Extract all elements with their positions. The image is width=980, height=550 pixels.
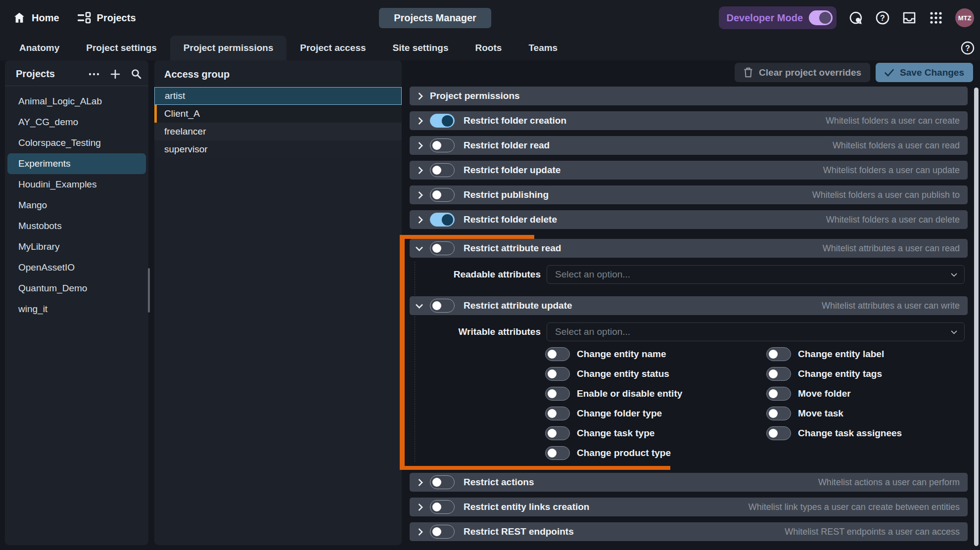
mini-switch[interactable]	[766, 367, 791, 381]
svg-text:?: ?	[880, 14, 885, 22]
chevron-right-icon[interactable]	[416, 166, 423, 174]
mini-switch[interactable]	[545, 446, 570, 460]
toggle-move-task[interactable]: Move task	[766, 407, 902, 420]
project-item[interactable]: Mustobots	[7, 216, 146, 236]
access-group-freelancer[interactable]: freelancer	[154, 123, 402, 140]
toggle-change-product-type[interactable]: Change product type	[545, 446, 766, 460]
mini-switch[interactable]	[766, 426, 791, 440]
chevron-right-icon[interactable]	[416, 191, 423, 199]
project-item[interactable]: Mango	[7, 195, 146, 216]
developer-mode-switch[interactable]	[809, 10, 833, 25]
restrict-entity-links-toggle[interactable]	[430, 500, 455, 514]
search-icon[interactable]	[131, 69, 141, 79]
add-project-icon[interactable]	[110, 69, 120, 79]
mini-switch[interactable]	[545, 367, 570, 381]
mini-switch[interactable]	[545, 347, 570, 361]
access-group-supervisor[interactable]: supervisor	[154, 140, 402, 158]
toggle-change-task-assignees[interactable]: Change task assignees	[766, 426, 902, 440]
row-restrict-folder-read[interactable]: Restrict folder read Whitelist folders a…	[410, 136, 968, 155]
project-item[interactable]: wing_it	[7, 299, 146, 320]
restrict-rest-endpoints-toggle[interactable]	[430, 525, 455, 539]
project-item[interactable]: Houdini_Examples	[7, 174, 146, 195]
toggle-change-entity-status[interactable]: Change entity status	[545, 367, 766, 381]
row-restrict-publishing[interactable]: Restrict publishing Whitelist folders a …	[410, 185, 968, 204]
project-item-selected[interactable]: Experiments	[7, 153, 146, 174]
mini-switch[interactable]	[766, 347, 791, 361]
mini-switch[interactable]	[766, 407, 791, 420]
toggle-change-task-type[interactable]: Change task type	[545, 426, 766, 440]
project-item[interactable]: AY_CG_demo	[7, 112, 146, 133]
tab-roots[interactable]: Roots	[462, 36, 515, 60]
tab-anatomy[interactable]: Anatomy	[6, 36, 73, 60]
tab-teams[interactable]: Teams	[515, 36, 571, 60]
mini-switch[interactable]	[766, 387, 791, 401]
row-project-permissions[interactable]: Project permissions	[410, 87, 968, 105]
access-group-client-a[interactable]: Client_A	[154, 105, 402, 123]
chevron-right-icon[interactable]	[416, 92, 423, 100]
toggle-change-entity-tags[interactable]: Change entity tags	[766, 367, 902, 381]
apps-grid-icon[interactable]	[929, 10, 943, 25]
mini-switch[interactable]	[545, 387, 570, 401]
tab-site-settings[interactable]: Site settings	[379, 36, 462, 60]
tab-project-permissions[interactable]: Project permissions	[170, 36, 287, 60]
developer-mode-toggle[interactable]: Developer Mode	[719, 6, 837, 29]
readable-attributes-select[interactable]: Select an option...	[547, 265, 965, 284]
row-restrict-rest-endpoints[interactable]: Restrict REST endpoints Whitelist REST e…	[410, 522, 968, 541]
toggle-change-entity-label[interactable]: Change entity label	[766, 347, 902, 361]
toggle-change-folder-type[interactable]: Change folder type	[545, 407, 766, 420]
restrict-folder-update-toggle[interactable]	[430, 163, 455, 177]
restrict-folder-creation-toggle[interactable]	[430, 114, 455, 128]
chevron-right-icon[interactable]	[416, 528, 423, 536]
project-item[interactable]: Animal_Logic_ALab	[7, 91, 146, 112]
tab-project-settings[interactable]: Project settings	[73, 36, 170, 60]
projects-button[interactable]: Projects	[77, 11, 136, 24]
restrict-actions-toggle[interactable]	[430, 475, 455, 489]
project-item[interactable]: Colorspace_Testing	[7, 133, 146, 153]
clear-project-overrides-button[interactable]: Clear project overrides	[735, 63, 870, 82]
chevron-right-icon[interactable]	[416, 117, 423, 125]
user-avatar[interactable]: MTZ	[955, 8, 974, 27]
row-restrict-entity-links-creation[interactable]: Restrict entity links creation Whitelist…	[410, 498, 968, 516]
writable-attributes-select[interactable]: Select an option...	[547, 322, 965, 341]
row-restrict-attribute-update[interactable]: Restrict attribute update Whitelist attr…	[410, 296, 968, 315]
save-changes-button[interactable]: Save Changes	[876, 63, 973, 82]
toggle-enable-disable-entity[interactable]: Enable or disable entity	[545, 387, 766, 401]
restrict-attribute-read-toggle[interactable]	[430, 241, 455, 255]
sidebar-scrollbar-thumb[interactable]	[148, 268, 150, 313]
settings-scrollbar-thumb[interactable]	[974, 88, 979, 546]
project-item[interactable]: OpenAssetIO	[7, 257, 146, 278]
chevron-right-icon[interactable]	[416, 141, 423, 149]
restrict-folder-read-toggle[interactable]	[430, 138, 455, 152]
chevron-down-icon[interactable]	[416, 301, 423, 309]
access-group-artist[interactable]: artist	[154, 87, 402, 105]
chevron-right-icon[interactable]	[416, 478, 423, 486]
restrict-publishing-toggle[interactable]	[430, 188, 455, 202]
mini-switch[interactable]	[545, 407, 570, 420]
chevron-down-icon[interactable]	[416, 243, 423, 251]
toggle-label: Change folder type	[577, 408, 662, 419]
project-item[interactable]: MyLibrary	[7, 236, 146, 257]
home-button[interactable]: Home	[13, 11, 59, 24]
tab-project-access[interactable]: Project access	[286, 36, 379, 60]
projects-manager-button[interactable]: Projects Manager	[379, 8, 491, 28]
toggle-move-folder[interactable]: Move folder	[766, 387, 902, 401]
chevron-right-icon[interactable]	[416, 216, 423, 224]
restrict-attribute-update-toggle[interactable]	[430, 299, 455, 313]
row-restrict-folder-delete[interactable]: Restrict folder delete Whitelist folders…	[410, 210, 968, 229]
inbox-icon[interactable]	[902, 10, 917, 25]
restrict-folder-delete-toggle[interactable]	[430, 213, 455, 227]
row-restrict-attribute-read[interactable]: Restrict attribute read Whitelist attrib…	[410, 239, 968, 258]
row-restrict-actions[interactable]: Restrict actions Whitelist actions a use…	[410, 473, 968, 492]
help-icon[interactable]: ?	[875, 10, 890, 25]
row-restrict-folder-creation[interactable]: Restrict folder creation Whitelist folde…	[410, 111, 968, 130]
more-options-icon[interactable]	[89, 72, 99, 76]
chevron-down-icon	[951, 328, 957, 334]
row-restrict-folder-update[interactable]: Restrict folder update Whitelist folders…	[410, 161, 968, 180]
chat-icon[interactable]	[848, 10, 863, 25]
page-help-icon[interactable]: ?	[960, 41, 975, 55]
toggle-change-entity-name[interactable]: Change entity name	[545, 347, 766, 361]
chevron-right-icon[interactable]	[416, 503, 423, 511]
tab-bar: Anatomy Project settings Project permiss…	[0, 36, 980, 60]
project-item[interactable]: Quantum_Demo	[7, 278, 146, 299]
mini-switch[interactable]	[545, 426, 570, 440]
